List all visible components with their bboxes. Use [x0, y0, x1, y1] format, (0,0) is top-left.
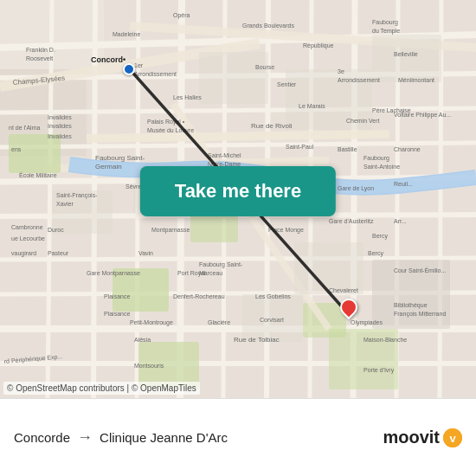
svg-text:Faubourg Saint-: Faubourg Saint- [199, 261, 243, 268]
svg-text:Faubourg Saint-: Faubourg Saint- [95, 154, 145, 162]
svg-text:Opéra: Opéra [173, 12, 190, 19]
svg-text:Marceau: Marceau [199, 270, 222, 276]
svg-text:Montsouris: Montsouris [134, 363, 164, 369]
svg-text:Les Halles: Les Halles [173, 94, 202, 100]
svg-text:Olympiades: Olympiades [351, 319, 383, 326]
moovit-dot: v [443, 428, 462, 447]
svg-text:Bourse: Bourse [255, 64, 274, 70]
svg-text:Belleville: Belleville [394, 51, 418, 57]
svg-text:nt de l'Alma: nt de l'Alma [9, 125, 40, 131]
svg-text:Arrondissement: Arrondissement [134, 71, 177, 77]
svg-text:Faubourg: Faubourg [363, 155, 389, 162]
svg-text:République: République [303, 42, 334, 49]
svg-text:Germain: Germain [95, 163, 122, 170]
svg-text:Rue de Tolbiac: Rue de Tolbiac [234, 336, 280, 344]
svg-text:Corvisart: Corvisart [260, 317, 284, 323]
destination-pin [340, 299, 357, 316]
svg-text:Cambronne: Cambronne [11, 224, 43, 230]
moovit-text: moovit [383, 428, 440, 447]
svg-text:Charonne: Charonne [394, 146, 421, 152]
take-me-there-button[interactable]: Take me there [140, 166, 336, 216]
svg-text:Reuil...: Reuil... [394, 181, 413, 187]
svg-text:Chemin Vert: Chemin Vert [346, 118, 380, 124]
svg-text:1er: 1er [134, 62, 144, 68]
origin-label: Concorde [14, 430, 70, 445]
svg-text:3e: 3e [338, 68, 344, 74]
svg-text:Invalides: Invalides [48, 133, 72, 139]
svg-text:Les Gobelins: Les Gobelins [255, 293, 291, 299]
svg-text:Pasteur: Pasteur [48, 250, 69, 256]
svg-text:Saint-François-: Saint-François- [56, 192, 98, 199]
svg-text:Alésia: Alésia [134, 337, 151, 343]
svg-text:Petit-Montrouge: Petit-Montrouge [130, 319, 173, 326]
svg-text:Franklin D.: Franklin D. [26, 47, 55, 53]
svg-text:v: v [449, 432, 456, 445]
svg-text:Bibliothèque: Bibliothèque [394, 302, 428, 309]
svg-text:Montparnasse: Montparnasse [151, 227, 190, 234]
svg-text:Porte d'Ivry: Porte d'Ivry [363, 367, 395, 374]
svg-text:Bastille: Bastille [338, 146, 357, 152]
origin-pin [123, 63, 135, 75]
moovit-logo: moovit v [383, 428, 462, 447]
arrow-icon: → [77, 428, 93, 447]
svg-text:Maison-Blanche: Maison-Blanche [363, 337, 407, 343]
route-info: Concorde → Clinique Jeanne D'Arc [14, 428, 383, 447]
svg-text:Le Marais: Le Marais [299, 103, 325, 109]
svg-rect-35 [372, 35, 441, 82]
svg-text:Invalides: Invalides [48, 114, 72, 120]
svg-rect-27 [9, 134, 61, 173]
svg-text:Chevaleret: Chevaleret [329, 287, 358, 293]
svg-text:Glacière: Glacière [208, 319, 230, 325]
svg-text:Plaisance: Plaisance [104, 311, 130, 317]
svg-text:Grands Boulevards: Grands Boulevards [242, 23, 294, 29]
svg-text:Saint-Antoine: Saint-Antoine [363, 164, 400, 170]
svg-text:Cour Saint-Émilio...: Cour Saint-Émilio... [394, 267, 446, 273]
svg-text:Madeleine: Madeleine [113, 31, 140, 37]
svg-text:École Militaire: École Militaire [19, 171, 57, 178]
svg-text:Rue de Rivoli: Rue de Rivoli [251, 122, 293, 130]
svg-text:Gare d'Austerlitz: Gare d'Austerlitz [329, 218, 374, 224]
svg-text:Concord•: Concord• [91, 55, 125, 64]
svg-text:du Temple: du Temple [372, 28, 400, 35]
svg-text:Saint-Paul: Saint-Paul [286, 144, 314, 150]
svg-text:Sentier: Sentier [277, 81, 297, 87]
svg-rect-37 [294, 242, 363, 294]
svg-rect-33 [199, 52, 268, 104]
svg-text:Gare Montparnasse: Gare Montparnasse [87, 270, 140, 277]
svg-text:Voltaire   Philippe Au...: Voltaire Philippe Au... [394, 112, 451, 119]
svg-text:Xavier: Xavier [56, 201, 74, 207]
svg-text:Roosevelt: Roosevelt [26, 55, 53, 61]
svg-text:Vavin: Vavin [138, 250, 153, 256]
bottom-bar: Concorde → Clinique Jeanne D'Arc moovit … [0, 398, 476, 476]
svg-text:ue Lecourbe: ue Lecourbe [11, 235, 45, 241]
svg-text:Arr...: Arr... [394, 218, 407, 224]
svg-text:Denfert-Rochereau: Denfert-Rochereau [173, 293, 225, 299]
svg-text:Ménilmontant: Ménilmontant [398, 77, 434, 83]
svg-text:vaugirard: vaugirard [11, 250, 36, 257]
svg-text:Faubourg: Faubourg [372, 19, 398, 26]
map-attribution: © OpenStreetMap contributors | © OpenMap… [3, 382, 200, 395]
svg-text:Bercy: Bercy [368, 250, 383, 257]
svg-line-9 [0, 258, 476, 260]
svg-line-25 [87, 134, 389, 138]
svg-text:François Mitterrand: François Mitterrand [394, 311, 446, 318]
svg-text:Duroc: Duroc [48, 227, 64, 233]
svg-text:ens: ens [11, 146, 22, 152]
destination-label: Clinique Jeanne D'Arc [100, 430, 228, 445]
svg-text:Gare de Lyon: Gare de Lyon [338, 185, 374, 192]
svg-text:Arrondissement: Arrondissement [338, 77, 380, 83]
svg-text:Bercy: Bercy [372, 233, 388, 240]
map-container: Champs-Elysées Opéra Grands Boulevards B… [0, 0, 476, 398]
svg-text:Invalides: Invalides [48, 123, 72, 129]
svg-text:Saint-Michel: Saint-Michel [208, 152, 241, 158]
svg-text:Plaisance: Plaisance [104, 293, 130, 299]
